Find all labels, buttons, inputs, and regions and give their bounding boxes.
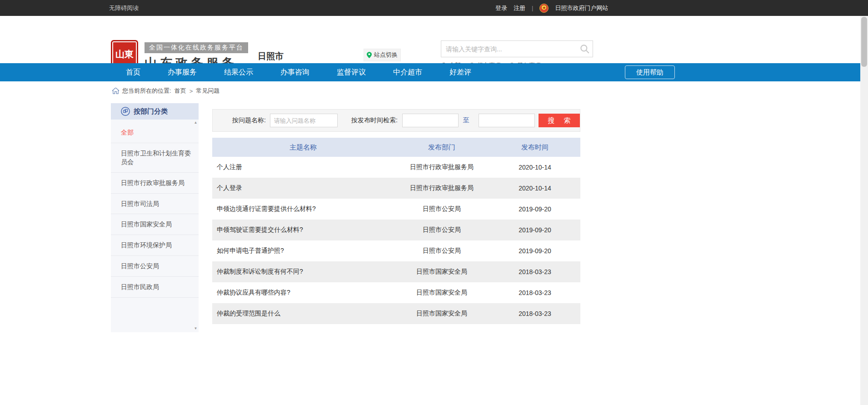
cell-topic[interactable]: 个人注册 <box>212 163 394 171</box>
scroll-down-icon[interactable]: ▼ <box>194 326 198 330</box>
department-sidebar: 按部门分类 全部 日照市卫生和计划生育委员会 日照市行政审批服务局 日照市司法局… <box>111 103 199 332</box>
topbar-right-group: 登录 注册 | ★ 日照市政府门户网站 <box>495 0 608 16</box>
sidebar-item-justice[interactable]: 日照市司法局 <box>111 194 199 215</box>
table-row[interactable]: 个人注册 日照市行政审批服务局 2020-10-14 <box>212 157 580 178</box>
accessibility-link[interactable]: 无障碍阅读 <box>109 0 139 16</box>
keyword-search-box <box>441 40 593 57</box>
nav-supervision[interactable]: 监督评议 <box>337 68 366 77</box>
publish-date-label: 按发布时间检索: <box>351 116 398 125</box>
login-link[interactable]: 登录 <box>495 4 507 12</box>
cell-department: 日照市公安局 <box>394 247 489 255</box>
cell-topic[interactable]: 仲裁协议应具有哪些内容? <box>212 289 394 297</box>
sidebar-title: 按部门分类 <box>134 107 168 116</box>
table-row[interactable]: 仲裁的受理范围是什么 日照市国家安全局 2018-03-23 <box>212 303 580 324</box>
question-name-label: 按问题名称: <box>232 116 266 125</box>
cell-date: 2018-03-23 <box>489 268 580 275</box>
platform-banner: 全国一体化在线政务服务平台 <box>145 42 248 53</box>
sidebar-item-all[interactable]: 全部 <box>111 122 199 143</box>
home-icon <box>112 88 119 94</box>
question-name-input[interactable] <box>270 114 338 127</box>
scrollbar-thumb[interactable] <box>861 17 867 67</box>
cell-date: 2020-10-14 <box>489 164 580 171</box>
sidebar-item-state-security[interactable]: 日照市国家安全局 <box>111 214 199 235</box>
cell-topic[interactable]: 仲裁制度和诉讼制度有何不同? <box>212 268 394 276</box>
col-header-date: 发布时间 <box>489 143 580 152</box>
cell-topic[interactable]: 申领驾驶证需要提交什么材料? <box>212 226 394 234</box>
sidebar-scrollbar[interactable]: ▲ ▼ <box>194 120 198 330</box>
sidebar-item-civil-affairs[interactable]: 日照市民政局 <box>111 277 199 298</box>
cell-department: 日照市国家安全局 <box>394 289 489 297</box>
scroll-up-icon[interactable]: ▲ <box>194 120 198 125</box>
col-header-topic: 主题名称 <box>212 143 394 152</box>
sidebar-item-environment[interactable]: 日照市环境保护局 <box>111 235 199 256</box>
search-icon[interactable] <box>579 43 591 55</box>
cell-topic[interactable]: 如何申请电子普通护照? <box>212 247 394 255</box>
sidebar-header: 按部门分类 <box>111 103 199 120</box>
cell-department: 日照市行政审批服务局 <box>394 163 489 171</box>
cell-department: 日照市公安局 <box>394 226 489 234</box>
nav-items: 首页 办事服务 结果公示 办事咨询 监督评议 中介超市 好差评 <box>126 63 471 81</box>
cell-date: 2019-09-20 <box>489 247 580 255</box>
topbar: 无障碍阅读 登录 注册 | ★ 日照市政府门户网站 <box>0 0 868 16</box>
cell-topic[interactable]: 仲裁的受理范围是什么 <box>212 310 394 318</box>
cell-department: 日照市国家安全局 <box>394 268 489 276</box>
nav-home[interactable]: 首页 <box>126 68 140 77</box>
table-row[interactable]: 申领驾驶证需要提交什么材料? 日照市公安局 2019-09-20 <box>212 220 580 240</box>
date-to-label: 至 <box>463 116 469 125</box>
cell-department: 日照市公安局 <box>394 205 489 213</box>
topbar-divider: | <box>532 5 533 11</box>
site-switch-label: 站点切换 <box>374 51 398 59</box>
help-button[interactable]: 使用帮助 <box>625 65 675 79</box>
cell-date: 2020-10-14 <box>489 185 580 192</box>
keyword-search-input[interactable] <box>441 45 579 53</box>
breadcrumb-home[interactable]: 首页 <box>175 87 186 95</box>
date-to-input[interactable] <box>479 114 535 127</box>
cell-date: 2018-03-23 <box>489 310 580 317</box>
location-pin-icon <box>367 52 372 58</box>
portal-link[interactable]: 日照市政府门户网站 <box>555 4 608 12</box>
cell-topic[interactable]: 申领边境通行证需要提供什么材料? <box>212 205 394 213</box>
register-link[interactable]: 注册 <box>514 4 525 12</box>
date-from-input[interactable] <box>402 114 459 127</box>
search-button[interactable]: 搜 索 <box>539 114 580 127</box>
nav-services[interactable]: 办事服务 <box>168 68 197 77</box>
page-scrollbar[interactable] <box>860 16 868 405</box>
nav-results[interactable]: 结果公示 <box>224 68 253 77</box>
nav-agency-market[interactable]: 中介超市 <box>393 68 422 77</box>
col-header-department: 发布部门 <box>394 143 489 152</box>
sidebar-item-public-security[interactable]: 日照市公安局 <box>111 256 199 277</box>
table-row[interactable]: 如何申请电子普通护照? 日照市公安局 2019-09-20 <box>212 240 580 261</box>
category-icon <box>121 107 130 116</box>
table-row[interactable]: 申领边境通行证需要提供什么材料? 日照市公安局 2019-09-20 <box>212 199 580 220</box>
breadcrumb-separator: > <box>190 88 193 95</box>
table-row[interactable]: 仲裁制度和诉讼制度有何不同? 日照市国家安全局 2018-03-23 <box>212 261 580 282</box>
breadcrumb-current: 常见问题 <box>196 87 219 95</box>
city-name: 日照市 <box>258 50 284 62</box>
cell-date: 2018-03-23 <box>489 289 580 296</box>
cell-date: 2019-09-20 <box>489 205 580 213</box>
national-emblem-icon: ★ <box>539 4 549 13</box>
nav-rating[interactable]: 好差评 <box>449 68 471 77</box>
cell-department: 日照市国家安全局 <box>394 310 489 318</box>
sidebar-item-admin-approval[interactable]: 日照市行政审批服务局 <box>111 173 199 194</box>
cell-date: 2019-09-20 <box>489 226 580 234</box>
department-list: 全部 日照市卫生和计划生育委员会 日照市行政审批服务局 日照市司法局 日照市国家… <box>111 120 199 298</box>
breadcrumb-prefix: 您当前所在的位置: <box>122 87 171 95</box>
cell-topic[interactable]: 个人登录 <box>212 184 394 192</box>
breadcrumb: 您当前所在的位置: 首页 > 常见问题 <box>112 87 219 95</box>
filter-bar: 按问题名称: 按发布时间检索: 至 搜 索 <box>212 109 580 132</box>
table-header-row: 主题名称 发布部门 发布时间 <box>212 138 580 157</box>
cell-department: 日照市行政审批服务局 <box>394 184 489 192</box>
site-switch-button[interactable]: 站点切换 <box>364 49 401 61</box>
header: 山東 全国一体化在线政务服务平台 山东政务服务 日照市 站点切换 全部 权力事项… <box>0 16 868 63</box>
main-content: 按问题名称: 按发布时间检索: 至 搜 索 主题名称 发布部门 发布时间 个人注… <box>212 109 580 324</box>
table-row[interactable]: 仲裁协议应具有哪些内容? 日照市国家安全局 2018-03-23 <box>212 282 580 303</box>
table-row[interactable]: 个人登录 日照市行政审批服务局 2020-10-14 <box>212 178 580 199</box>
sidebar-item-health-commission[interactable]: 日照市卫生和计划生育委员会 <box>111 143 199 173</box>
faq-table: 主题名称 发布部门 发布时间 个人注册 日照市行政审批服务局 2020-10-1… <box>212 138 580 324</box>
nav-consult[interactable]: 办事咨询 <box>280 68 309 77</box>
main-nav: 首页 办事服务 结果公示 办事咨询 监督评议 中介超市 好差评 使用帮助 <box>0 63 868 81</box>
